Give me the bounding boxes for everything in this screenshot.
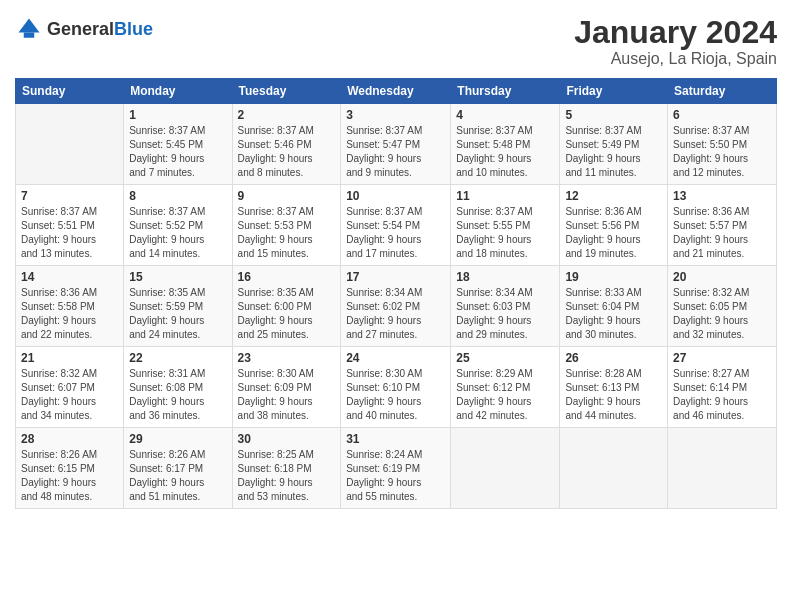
calendar-cell: 24Sunrise: 8:30 AM Sunset: 6:10 PM Dayli… [341, 347, 451, 428]
day-detail: Sunrise: 8:37 AM Sunset: 5:45 PM Dayligh… [129, 124, 226, 180]
day-number: 12 [565, 189, 662, 203]
month-title: January 2024 [574, 15, 777, 50]
calendar-cell: 20Sunrise: 8:32 AM Sunset: 6:05 PM Dayli… [668, 266, 777, 347]
svg-rect-1 [24, 33, 35, 38]
column-header-monday: Monday [124, 79, 232, 104]
day-detail: Sunrise: 8:35 AM Sunset: 6:00 PM Dayligh… [238, 286, 336, 342]
calendar-cell: 1Sunrise: 8:37 AM Sunset: 5:45 PM Daylig… [124, 104, 232, 185]
day-number: 25 [456, 351, 554, 365]
calendar-cell: 29Sunrise: 8:26 AM Sunset: 6:17 PM Dayli… [124, 428, 232, 509]
day-detail: Sunrise: 8:37 AM Sunset: 5:55 PM Dayligh… [456, 205, 554, 261]
day-number: 5 [565, 108, 662, 122]
day-number: 14 [21, 270, 118, 284]
day-detail: Sunrise: 8:30 AM Sunset: 6:10 PM Dayligh… [346, 367, 445, 423]
day-number: 17 [346, 270, 445, 284]
calendar-cell: 4Sunrise: 8:37 AM Sunset: 5:48 PM Daylig… [451, 104, 560, 185]
day-number: 24 [346, 351, 445, 365]
svg-marker-0 [19, 19, 40, 33]
logo-text: GeneralBlue [47, 19, 153, 40]
day-number: 27 [673, 351, 771, 365]
calendar-body: 1Sunrise: 8:37 AM Sunset: 5:45 PM Daylig… [16, 104, 777, 509]
day-detail: Sunrise: 8:34 AM Sunset: 6:03 PM Dayligh… [456, 286, 554, 342]
day-detail: Sunrise: 8:36 AM Sunset: 5:56 PM Dayligh… [565, 205, 662, 261]
calendar-cell: 5Sunrise: 8:37 AM Sunset: 5:49 PM Daylig… [560, 104, 668, 185]
calendar-week-2: 7Sunrise: 8:37 AM Sunset: 5:51 PM Daylig… [16, 185, 777, 266]
day-detail: Sunrise: 8:37 AM Sunset: 5:47 PM Dayligh… [346, 124, 445, 180]
column-header-thursday: Thursday [451, 79, 560, 104]
column-header-saturday: Saturday [668, 79, 777, 104]
calendar-week-4: 21Sunrise: 8:32 AM Sunset: 6:07 PM Dayli… [16, 347, 777, 428]
calendar-cell: 31Sunrise: 8:24 AM Sunset: 6:19 PM Dayli… [341, 428, 451, 509]
day-number: 15 [129, 270, 226, 284]
calendar-cell [668, 428, 777, 509]
logo-general: General [47, 19, 114, 39]
calendar-week-1: 1Sunrise: 8:37 AM Sunset: 5:45 PM Daylig… [16, 104, 777, 185]
calendar-cell [451, 428, 560, 509]
calendar-cell: 22Sunrise: 8:31 AM Sunset: 6:08 PM Dayli… [124, 347, 232, 428]
calendar-cell: 14Sunrise: 8:36 AM Sunset: 5:58 PM Dayli… [16, 266, 124, 347]
subtitle: Ausejo, La Rioja, Spain [574, 50, 777, 68]
header-row: SundayMondayTuesdayWednesdayThursdayFrid… [16, 79, 777, 104]
calendar-cell: 8Sunrise: 8:37 AM Sunset: 5:52 PM Daylig… [124, 185, 232, 266]
day-number: 21 [21, 351, 118, 365]
calendar-cell: 18Sunrise: 8:34 AM Sunset: 6:03 PM Dayli… [451, 266, 560, 347]
day-detail: Sunrise: 8:31 AM Sunset: 6:08 PM Dayligh… [129, 367, 226, 423]
day-number: 31 [346, 432, 445, 446]
calendar-week-3: 14Sunrise: 8:36 AM Sunset: 5:58 PM Dayli… [16, 266, 777, 347]
calendar-cell: 19Sunrise: 8:33 AM Sunset: 6:04 PM Dayli… [560, 266, 668, 347]
calendar-cell: 10Sunrise: 8:37 AM Sunset: 5:54 PM Dayli… [341, 185, 451, 266]
calendar-cell: 21Sunrise: 8:32 AM Sunset: 6:07 PM Dayli… [16, 347, 124, 428]
day-detail: Sunrise: 8:33 AM Sunset: 6:04 PM Dayligh… [565, 286, 662, 342]
calendar-cell [16, 104, 124, 185]
day-number: 1 [129, 108, 226, 122]
day-number: 7 [21, 189, 118, 203]
day-number: 23 [238, 351, 336, 365]
calendar-cell: 30Sunrise: 8:25 AM Sunset: 6:18 PM Dayli… [232, 428, 341, 509]
day-number: 22 [129, 351, 226, 365]
day-detail: Sunrise: 8:28 AM Sunset: 6:13 PM Dayligh… [565, 367, 662, 423]
day-number: 13 [673, 189, 771, 203]
calendar-cell: 15Sunrise: 8:35 AM Sunset: 5:59 PM Dayli… [124, 266, 232, 347]
day-number: 3 [346, 108, 445, 122]
day-number: 30 [238, 432, 336, 446]
calendar-cell: 17Sunrise: 8:34 AM Sunset: 6:02 PM Dayli… [341, 266, 451, 347]
calendar-cell: 23Sunrise: 8:30 AM Sunset: 6:09 PM Dayli… [232, 347, 341, 428]
calendar-cell: 13Sunrise: 8:36 AM Sunset: 5:57 PM Dayli… [668, 185, 777, 266]
calendar-table: SundayMondayTuesdayWednesdayThursdayFrid… [15, 78, 777, 509]
day-number: 6 [673, 108, 771, 122]
logo-icon [15, 15, 43, 43]
column-header-sunday: Sunday [16, 79, 124, 104]
column-header-tuesday: Tuesday [232, 79, 341, 104]
day-number: 9 [238, 189, 336, 203]
calendar-week-5: 28Sunrise: 8:26 AM Sunset: 6:15 PM Dayli… [16, 428, 777, 509]
day-detail: Sunrise: 8:37 AM Sunset: 5:54 PM Dayligh… [346, 205, 445, 261]
day-detail: Sunrise: 8:37 AM Sunset: 5:51 PM Dayligh… [21, 205, 118, 261]
day-detail: Sunrise: 8:37 AM Sunset: 5:49 PM Dayligh… [565, 124, 662, 180]
calendar-cell: 28Sunrise: 8:26 AM Sunset: 6:15 PM Dayli… [16, 428, 124, 509]
title-area: January 2024 Ausejo, La Rioja, Spain [574, 15, 777, 68]
calendar-cell: 25Sunrise: 8:29 AM Sunset: 6:12 PM Dayli… [451, 347, 560, 428]
column-header-friday: Friday [560, 79, 668, 104]
day-detail: Sunrise: 8:26 AM Sunset: 6:17 PM Dayligh… [129, 448, 226, 504]
day-detail: Sunrise: 8:37 AM Sunset: 5:52 PM Dayligh… [129, 205, 226, 261]
day-number: 18 [456, 270, 554, 284]
day-detail: Sunrise: 8:30 AM Sunset: 6:09 PM Dayligh… [238, 367, 336, 423]
header: GeneralBlue January 2024 Ausejo, La Rioj… [15, 15, 777, 68]
day-detail: Sunrise: 8:25 AM Sunset: 6:18 PM Dayligh… [238, 448, 336, 504]
calendar-cell: 12Sunrise: 8:36 AM Sunset: 5:56 PM Dayli… [560, 185, 668, 266]
day-number: 11 [456, 189, 554, 203]
day-detail: Sunrise: 8:32 AM Sunset: 6:07 PM Dayligh… [21, 367, 118, 423]
day-number: 20 [673, 270, 771, 284]
page-container: GeneralBlue January 2024 Ausejo, La Rioj… [0, 0, 792, 519]
day-number: 28 [21, 432, 118, 446]
day-number: 10 [346, 189, 445, 203]
calendar-cell: 16Sunrise: 8:35 AM Sunset: 6:00 PM Dayli… [232, 266, 341, 347]
day-detail: Sunrise: 8:37 AM Sunset: 5:50 PM Dayligh… [673, 124, 771, 180]
day-number: 8 [129, 189, 226, 203]
day-detail: Sunrise: 8:37 AM Sunset: 5:53 PM Dayligh… [238, 205, 336, 261]
day-detail: Sunrise: 8:36 AM Sunset: 5:58 PM Dayligh… [21, 286, 118, 342]
day-detail: Sunrise: 8:32 AM Sunset: 6:05 PM Dayligh… [673, 286, 771, 342]
day-detail: Sunrise: 8:35 AM Sunset: 5:59 PM Dayligh… [129, 286, 226, 342]
day-detail: Sunrise: 8:37 AM Sunset: 5:46 PM Dayligh… [238, 124, 336, 180]
day-detail: Sunrise: 8:34 AM Sunset: 6:02 PM Dayligh… [346, 286, 445, 342]
